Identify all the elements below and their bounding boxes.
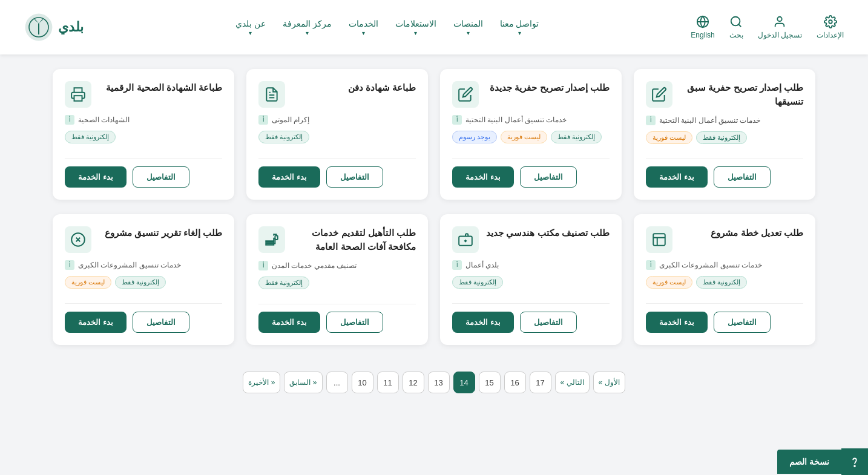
language-nav-item[interactable]: English [691,15,714,39]
details-button[interactable]: التفاصيل [714,312,771,333]
start-service-button[interactable]: بدء الخدمة [258,166,320,188]
svg-point-1 [778,17,782,21]
card-header: طلب إلغاء تقرير تنسيق مشروع [65,226,222,253]
card-divider [452,158,610,159]
details-button[interactable]: التفاصيل [133,166,189,188]
card-row1-0: طلب إصدار تصريح حفرية سبق تنسيقها خدمات … [634,69,815,200]
pagination-page-15[interactable]: 15 [479,372,501,393]
badge-green: إلكترونية فقط [258,131,309,143]
card-title: طباعة شهادة دفن [291,81,416,95]
settings-nav-item[interactable]: الإعدادات [817,15,844,39]
card-buttons: التفاصيل بدء الخدمة [258,312,416,333]
card-title: طلب التأهيل لتقديم خدمات مكافحة آفات الص… [291,226,416,254]
card-title: طباعة الشهادة الصحية الرقمية [97,81,222,95]
card-category: تصنيف مقدمي خدمات المدن أ [258,261,416,270]
details-button[interactable]: التفاصيل [714,166,771,188]
svg-rect-14 [275,236,277,240]
card-buttons: التفاصيل بدء الخدمة [646,166,803,188]
card-icon [258,81,285,108]
badges-container: إلكترونية فقطليست فورية [646,276,803,289]
pagination-page-17[interactable]: 17 [530,372,551,393]
pagination-page-16[interactable]: 16 [504,372,526,393]
category-icon: أ [258,115,268,125]
start-service-button[interactable]: بدء الخدمة [452,166,514,188]
search-nav-item[interactable]: بحث [729,15,743,39]
details-button[interactable]: التفاصيل [326,166,383,188]
card-icon [65,81,91,108]
badge-green: إلكترونية فقط [115,276,166,289]
svg-rect-10 [653,234,665,246]
main-nav: تواصل معنا ▾ المنصات ▾ الاستعلامات ▾ الخ… [235,19,539,36]
nav-inquiries[interactable]: الاستعلامات ▾ [395,19,436,36]
svg-rect-9 [74,96,82,101]
login-nav-item[interactable]: تسجيل الدخول [758,15,802,39]
card-row2-3: طلب إلغاء تقرير تنسيق مشروع خدمات تنسيق … [53,214,234,345]
card-divider [65,303,222,304]
nav-platforms[interactable]: المنصات ▾ [453,19,483,36]
card-row2-0: طلب تعديل خطة مشروع خدمات تنسيق المشروعا… [634,214,815,345]
main-header: الإعدادات تسجيل الدخول بحث English تواصل… [0,0,868,54]
card-category: خدمات تنسيق أعمال البنية التحتية أ [452,115,610,125]
card-icon [452,226,479,253]
card-icon [452,81,479,108]
details-button[interactable]: التفاصيل [326,312,383,333]
card-title: طلب تعديل خطة مشروع [679,226,803,240]
card-icon [258,226,285,253]
card-title: طلب إلغاء تقرير تنسيق مشروع [97,226,222,240]
badge-orange: ليست فورية [65,276,111,289]
category-icon: أ [258,261,268,270]
badge-green: إلكترونية فقط [551,131,602,143]
badge-green: إلكترونية فقط [258,277,309,289]
logo-icon [24,13,53,42]
pagination-last[interactable]: « الأخيرة [243,372,280,393]
start-service-button[interactable]: بدء الخدمة [65,312,127,333]
pagination-prev[interactable]: « السابق [284,372,322,393]
start-service-button[interactable]: بدء الخدمة [65,166,127,188]
card-row1-2: طباعة شهادة دفن إكرام الموتى أ إلكترونية… [246,69,428,200]
card-header: طلب التأهيل لتقديم خدمات مكافحة آفات الص… [258,226,416,254]
card-category: خدمات تنسيق المشروعات الكبرى أ [65,260,222,270]
pagination-page-13[interactable]: 13 [428,372,450,393]
main-content: طلب إصدار تصريح حفرية سبق تنسيقها خدمات … [41,69,827,411]
nav-tawasol[interactable]: تواصل معنا ▾ [500,19,539,36]
badges-container: إلكترونية فقط [65,131,222,143]
card-divider [646,303,803,304]
category-icon: أ [65,115,74,125]
pagination-first[interactable]: الأول » [593,372,625,393]
nav-knowledge[interactable]: مركز المعرفة ▾ [283,19,332,36]
card-icon [646,226,672,253]
pagination-page-10[interactable]: 10 [352,372,373,393]
card-category: إكرام الموتى أ [258,115,416,125]
category-icon: أ [646,116,656,125]
cards-row-1: طلب إصدار تصريح حفرية سبق تنسيقها خدمات … [53,69,815,200]
card-buttons: التفاصيل بدء الخدمة [65,312,222,333]
search-label: بحث [729,31,743,39]
card-category: خدمات تنسيق المشروعات الكبرى أ [646,260,803,270]
card-buttons: التفاصيل بدء الخدمة [452,312,610,333]
start-service-button[interactable]: بدء الخدمة [646,166,708,188]
category-icon: أ [452,115,462,125]
nav-services[interactable]: الخدمات ▾ [349,19,378,36]
details-button[interactable]: التفاصيل [133,312,189,333]
login-label: تسجيل الدخول [758,31,802,39]
start-service-button[interactable]: بدء الخدمة [452,312,514,333]
start-service-button[interactable]: بدء الخدمة [646,312,708,333]
card-title: طلب إصدار تصريح حفرية سبق تنسيقها [679,81,803,108]
header-icons: الإعدادات تسجيل الدخول بحث English [691,15,844,39]
details-button[interactable]: التفاصيل [520,166,577,188]
nav-about[interactable]: عن بلدي ▾ [235,19,266,36]
pagination-page-12[interactable]: 12 [403,372,424,393]
card-divider [65,158,222,159]
card-row1-1: طلب إصدار تصريح حفرية جديدة خدمات تنسيق … [440,69,622,200]
settings-label: الإعدادات [817,31,844,39]
pagination-page-14[interactable]: 14 [453,372,475,393]
card-icon [65,226,91,253]
details-button[interactable]: التفاصيل [520,312,577,333]
logo[interactable]: بلدي [24,13,84,42]
chevron-down-icon: ▾ [362,30,365,36]
card-divider [258,158,416,159]
badge-orange: ليست فورية [646,131,692,144]
pagination-page-11[interactable]: 11 [377,372,399,393]
start-service-button[interactable]: بدء الخدمة [258,312,320,333]
pagination-next[interactable]: التالي » [555,372,590,393]
